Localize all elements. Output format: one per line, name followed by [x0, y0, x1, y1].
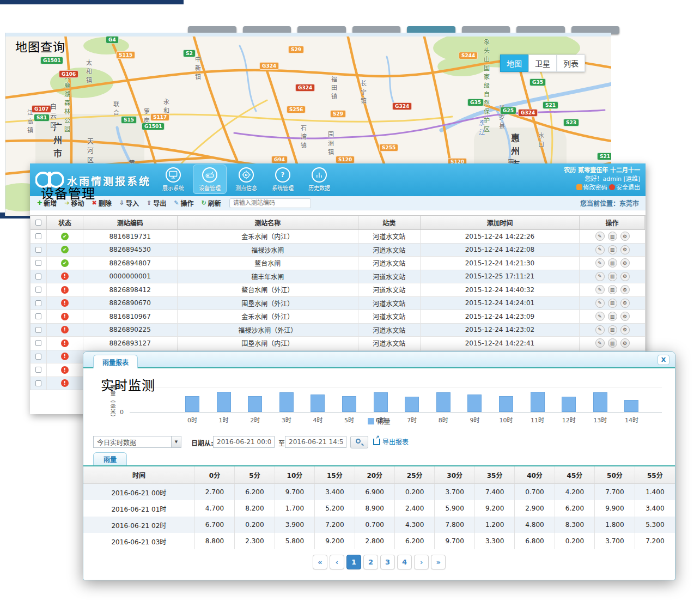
nav-item-target[interactable]: 测点信息	[229, 165, 263, 194]
search-button[interactable]	[350, 436, 368, 448]
delete-icon[interactable]: ▥	[608, 325, 617, 335]
value-cell: 7.700	[595, 484, 635, 500]
road-shield: S2	[183, 50, 196, 57]
settings-icon[interactable]: ⚙	[620, 299, 630, 308]
row-checkbox[interactable]	[35, 260, 41, 266]
delete-icon[interactable]: ▥	[608, 338, 617, 348]
edit-icon[interactable]: ✎	[595, 299, 605, 308]
page-button-4[interactable]: 4	[397, 555, 412, 569]
value-cell: 1.700	[275, 500, 315, 517]
user-greeting: 您好！admin [运维]	[564, 175, 640, 184]
row-checkbox[interactable]	[35, 380, 41, 386]
settings-icon[interactable]: ⚙	[620, 245, 630, 254]
road-shield: S29	[330, 110, 346, 118]
edit-icon[interactable]: ✎	[595, 258, 605, 268]
row-checkbox[interactable]	[35, 340, 41, 346]
date-to-input[interactable]	[285, 436, 346, 448]
data-cell: 0000000001	[83, 270, 178, 283]
settings-icon[interactable]: ⚙	[620, 272, 630, 281]
map-view-button-地图[interactable]: 地图	[500, 54, 528, 72]
toolbar-button-op[interactable]: ✎操作	[171, 197, 196, 209]
delete-icon[interactable]: ▥	[608, 258, 617, 268]
row-checkbox-cell	[31, 310, 47, 323]
value-cell: 4.200	[555, 484, 595, 500]
map-view-button-列表[interactable]: 列表	[557, 54, 585, 72]
next-page-button[interactable]: ›	[414, 555, 429, 569]
nav-item-help[interactable]: ?系统管理	[266, 165, 300, 194]
data-range-select[interactable]: 今日实时数据 ▼	[93, 436, 181, 448]
row-checkbox-cell	[31, 377, 47, 390]
data-cell: 2015-12-24 14:22:26	[421, 230, 580, 243]
status-cell: !	[47, 363, 83, 377]
last-page-button[interactable]: »	[431, 555, 446, 569]
settings-icon[interactable]: ⚙	[620, 338, 630, 348]
edit-icon[interactable]: ✎	[595, 285, 605, 294]
status-error-icon: !	[61, 366, 69, 374]
column-header: 30分	[435, 466, 474, 483]
rain-bar	[311, 394, 325, 412]
toolbar-button-ref[interactable]: ↻刷新	[198, 197, 223, 209]
row-checkbox[interactable]	[35, 354, 41, 360]
row-checkbox[interactable]	[35, 247, 41, 253]
map-window-top-strip	[5, 33, 611, 37]
status-error-icon: !	[61, 313, 69, 320]
column-header: 20分	[355, 466, 395, 483]
road-shield: G324	[518, 109, 538, 117]
value-cell: 0.200	[235, 517, 275, 533]
page-button-2[interactable]: 2	[363, 555, 378, 569]
nav-item-label: 展示系统	[162, 184, 184, 192]
station-code-search-input[interactable]	[229, 198, 311, 208]
tab-rainfall-report[interactable]: 雨量报表	[93, 355, 138, 368]
column-header: 10分	[275, 466, 315, 483]
logout-link[interactable]: 安全退出	[616, 184, 640, 191]
toolbar-button-exp[interactable]: ⇧导出	[144, 197, 169, 209]
settings-icon[interactable]: ⚙	[620, 325, 630, 335]
row-checkbox[interactable]	[35, 287, 41, 293]
row-checkbox[interactable]	[35, 274, 41, 280]
settings-icon[interactable]: ⚙	[620, 232, 630, 241]
row-checkbox-cell	[31, 283, 47, 296]
edit-icon[interactable]: ✎	[595, 325, 605, 335]
first-page-button[interactable]: «	[313, 555, 327, 569]
tab-rainfall[interactable]: 雨量	[93, 452, 127, 465]
toolbar-button-imp[interactable]: ⇩导入	[117, 197, 142, 209]
delete-icon[interactable]: ▥	[608, 312, 617, 321]
export-report-link[interactable]: 导出报表	[373, 437, 409, 446]
date-from-input[interactable]	[213, 436, 275, 448]
select-all-checkbox-cell	[31, 216, 47, 229]
settings-icon[interactable]: ⚙	[620, 285, 630, 294]
data-cell: 河道水文站	[358, 283, 421, 296]
delete-icon[interactable]: ▥	[608, 299, 617, 308]
prev-page-button[interactable]: ‹	[330, 555, 344, 569]
row-checkbox[interactable]	[35, 367, 41, 373]
map-view-button-卫星[interactable]: 卫星	[528, 54, 557, 72]
nav-item-chart[interactable]: 历史数据	[302, 165, 336, 194]
column-header: 0分	[195, 466, 235, 483]
row-checkbox[interactable]	[35, 327, 41, 333]
rain-bar	[562, 397, 576, 412]
toolbar-button-label: 刷新	[208, 198, 221, 208]
delete-icon[interactable]: ▥	[608, 285, 617, 294]
edit-icon[interactable]: ✎	[595, 272, 605, 281]
delete-icon[interactable]: ▥	[608, 232, 617, 241]
row-checkbox[interactable]	[35, 300, 41, 306]
change-password-link[interactable]: 修改密码	[583, 184, 607, 191]
nav-item-device[interactable]: 设备管理	[193, 165, 227, 194]
actions-cell: ✎▥⚙	[580, 257, 645, 270]
edit-icon[interactable]: ✎	[595, 232, 605, 241]
nav-item-monitor[interactable]: 展示系统	[156, 165, 190, 194]
close-icon[interactable]: X	[658, 355, 669, 365]
page-button-3[interactable]: 3	[380, 555, 395, 569]
delete-icon[interactable]: ▥	[608, 245, 617, 254]
row-checkbox[interactable]	[35, 313, 41, 319]
toolbar-button-label: 导出	[153, 198, 166, 208]
page-button-1[interactable]: 1	[346, 555, 361, 569]
settings-icon[interactable]: ⚙	[620, 258, 630, 268]
edit-icon[interactable]: ✎	[595, 338, 605, 348]
table-row: !8826898412鳌台水闸（外江）河道水文站2015-12-24 14:40…	[31, 283, 645, 297]
edit-icon[interactable]: ✎	[595, 312, 605, 321]
delete-icon[interactable]: ▥	[608, 272, 617, 281]
edit-icon[interactable]: ✎	[595, 245, 605, 254]
settings-icon[interactable]: ⚙	[620, 312, 630, 321]
row-checkbox[interactable]	[35, 233, 41, 239]
